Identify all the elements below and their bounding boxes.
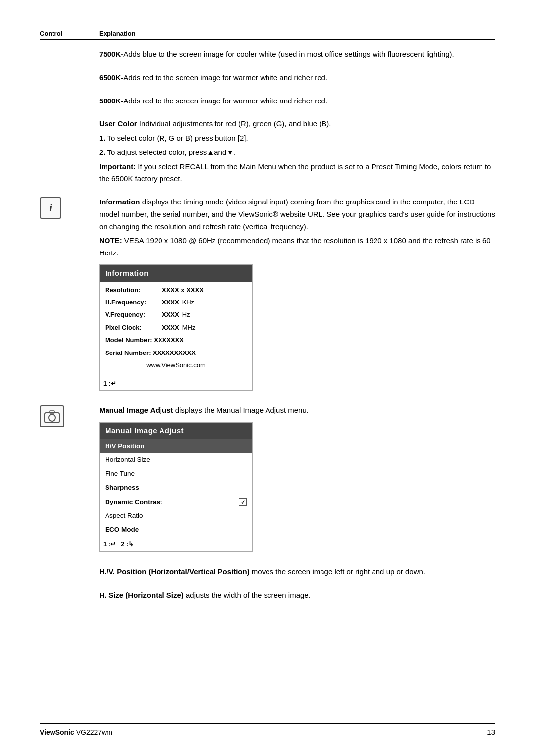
label-user-color: User Color — [99, 119, 137, 128]
control-6500k — [40, 72, 99, 73]
information-icon: i — [40, 197, 61, 219]
mia-item-aspect-ratio: Aspect Ratio — [100, 509, 252, 523]
row-7500k: 7500K-Adds blue to the screen image for … — [40, 49, 495, 63]
mia-bottom-right: 2 :↳ — [121, 539, 134, 549]
user-color-step2: 2. To adjust selected color, press▲and▼. — [99, 147, 495, 159]
footer-model: VG2227wm — [76, 728, 112, 736]
control-7500k — [40, 49, 99, 50]
row-hsize-desc: H. Size (Horizontal Size) adjusts the wi… — [40, 589, 495, 604]
page-footer: ViewSonic VG2227wm 13 — [40, 723, 495, 736]
footer-page-number: 13 — [487, 728, 495, 736]
explanation-user-color: User Color Individual adjustments for re… — [99, 118, 495, 187]
mia-item-dynamic-contrast: Dynamic Contrast ✓ — [100, 495, 252, 509]
label-6500k: 6500K- — [99, 73, 123, 82]
info-hfreq-unit: KHz — [182, 297, 195, 307]
explanation-7500k: 7500K-Adds blue to the screen image for … — [99, 49, 495, 63]
label-note: NOTE: — [99, 236, 122, 245]
footer-brand-model: ViewSonic VG2227wm — [40, 728, 112, 736]
info-vfreq-unit: Hz — [182, 309, 190, 320]
mia-box: Manual Image Adjust H/V Position Horizon… — [99, 422, 253, 552]
control-information: i — [40, 196, 99, 219]
mia-box-bottom: 1 :↵ 2 :↳ — [100, 537, 252, 551]
info-row-resolution: Resolution: XXXX x XXXX — [105, 284, 247, 296]
control-hsize-desc — [40, 589, 99, 590]
info-row-url: www.ViewSonic.com — [105, 359, 247, 371]
info-box-bottom: 1 :↵ — [100, 376, 252, 390]
row-hv-desc: H./V. Position (Horizontal/Vertical Posi… — [40, 566, 495, 580]
mia-item-fine-tune: Fine Tune — [100, 467, 252, 481]
info-box-body: Resolution: XXXX x XXXX H.Frequency: XXX… — [100, 282, 252, 375]
mia-item-eco-mode: ECO Mode — [100, 523, 252, 537]
explanation-mia: Manual Image Adjust displays the Manual … — [99, 404, 495, 557]
row-user-color: User Color Individual adjustments for re… — [40, 118, 495, 187]
mia-item-hv-position: H/V Position — [100, 439, 252, 453]
mia-icon — [40, 405, 64, 427]
text-6500k: Adds red to the screen image for warmer … — [123, 73, 327, 82]
text-7500k: Adds blue to the screen image for cooler… — [123, 50, 454, 58]
info-row-vfreq: V.Frequency: XXXX Hz — [105, 308, 247, 321]
label-hv-position: H./V. Position (Horizontal/Vertical Posi… — [99, 567, 250, 576]
explanation-5000k: 5000K-Adds red to the screen image for w… — [99, 95, 495, 109]
explanation-6500k: 6500K-Adds red to the screen image for w… — [99, 72, 495, 86]
mia-box-title: Manual Image Adjust — [100, 423, 252, 439]
mia-box-body: H/V Position Horizontal Size Fine Tune S… — [100, 439, 252, 537]
info-pixel-label: Pixel Clock: — [105, 322, 162, 333]
control-mia — [40, 404, 99, 427]
row-information: i Information displays the timing mode (… — [40, 196, 495, 396]
label-information: Information — [99, 198, 140, 206]
info-row-pixel: Pixel Clock: XXXX MHz — [105, 321, 247, 334]
info-bottom-num: 1 — [103, 378, 107, 389]
info-resolution-value: XXXX x XXXX — [162, 285, 204, 295]
camera-settings-icon-svg — [44, 409, 60, 424]
header-explanation: Explanation — [99, 30, 136, 37]
info-model-value: XXXXXXX — [154, 336, 184, 344]
info-row-serial: Serial Number: XXXXXXXXXX — [105, 347, 247, 359]
row-5000k: 5000K-Adds red to the screen image for w… — [40, 95, 495, 109]
label-7500k: 7500K- — [99, 50, 123, 58]
row-6500k: 6500K-Adds red to the screen image for w… — [40, 72, 495, 86]
info-serial-value: XXXXXXXXXX — [153, 349, 196, 356]
page: Control Explanation 7500K-Adds blue to t… — [0, 0, 535, 756]
footer-brand: ViewSonic — [40, 728, 74, 736]
info-box-title: Information — [100, 265, 252, 282]
info-row-hfreq: H.Frequency: XXXX KHz — [105, 296, 247, 308]
user-color-important: Important: If you select RECALL from the… — [99, 161, 495, 186]
control-5000k — [40, 95, 99, 96]
info-hfreq-value: XXXX — [162, 297, 179, 307]
row-manual-image-adjust: Manual Image Adjust displays the Manual … — [40, 404, 495, 557]
user-color-step1: 1. To select color (R, G or B) press but… — [99, 132, 495, 145]
explanation-hv-desc: H./V. Position (Horizontal/Vertical Posi… — [99, 566, 495, 580]
label-h-size: H. Size (Horizontal Size) — [99, 591, 184, 599]
info-row-model: Model Number: XXXXXXX — [105, 334, 247, 346]
info-pixel-unit: MHz — [182, 322, 196, 333]
mia-item-horizontal-size: Horizontal Size — [100, 453, 252, 467]
information-box: Information Resolution: XXXX x XXXX H.Fr… — [99, 264, 253, 391]
mia-item-sharpness: Sharpness — [100, 481, 252, 495]
info-bottom-icon: :↵ — [108, 378, 116, 389]
control-user-color — [40, 118, 99, 119]
label-mia: Manual Image Adjust — [99, 406, 173, 414]
explanation-information: Information displays the timing mode (vi… — [99, 196, 495, 396]
svg-rect-2 — [50, 411, 54, 413]
info-pixel-value: XXXX — [162, 322, 179, 333]
svg-point-1 — [49, 414, 55, 421]
info-vfreq-label: V.Frequency: — [105, 309, 162, 320]
mia-bottom-left: 1 :↵ — [103, 539, 116, 549]
info-hfreq-label: H.Frequency: — [105, 297, 162, 307]
explanation-hsize-desc: H. Size (Horizontal Size) adjusts the wi… — [99, 589, 495, 604]
info-vfreq-value: XXXX — [162, 309, 179, 320]
dynamic-contrast-checkbox: ✓ — [239, 498, 247, 506]
control-hv-desc — [40, 566, 99, 567]
label-5000k: 5000K- — [99, 97, 123, 105]
table-header: Control Explanation — [40, 30, 495, 40]
info-resolution-label: Resolution: — [105, 285, 162, 295]
header-control: Control — [40, 30, 99, 37]
text-5000k: Adds red to the screen image for warmer … — [123, 97, 327, 105]
